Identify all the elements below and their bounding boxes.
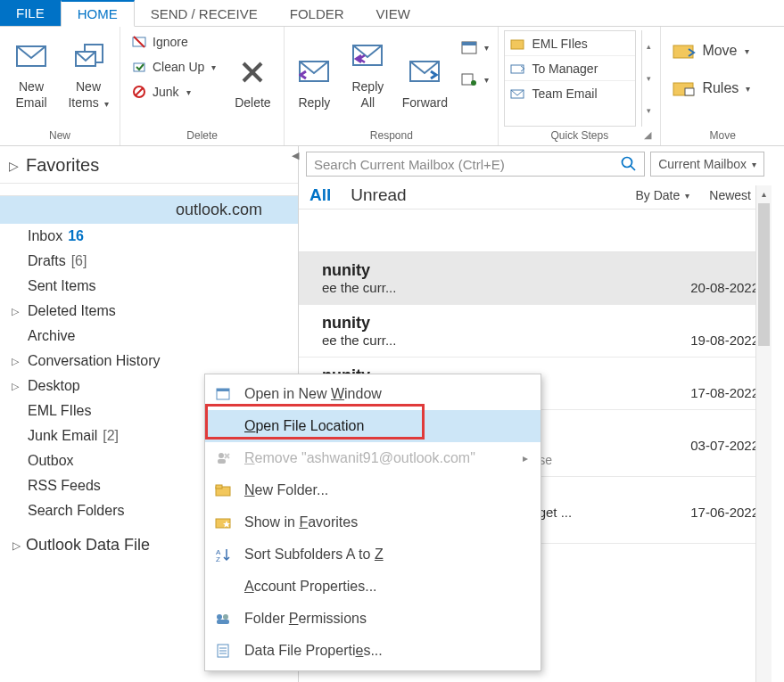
filter-unread[interactable]: Unread: [351, 185, 406, 205]
folder-label: Inbox: [28, 228, 62, 244]
message-date: 03-07-2022: [690, 438, 759, 453]
delete-button[interactable]: Delete: [227, 30, 278, 114]
folder-drafts[interactable]: ▷Drafts [6]: [0, 249, 298, 274]
search-scope-dropdown[interactable]: Current Mailbox ▾: [650, 152, 764, 177]
folder-move-icon: [672, 41, 697, 61]
folder-label: Outbox: [28, 453, 74, 469]
junk-button[interactable]: Junk ▾: [126, 80, 221, 103]
ignore-button[interactable]: Ignore: [126, 30, 221, 53]
group-delete: Ignore Clean Up ▾ Junk ▾ Delete: [120, 27, 285, 145]
group-label-delete: Delete: [126, 127, 278, 145]
svg-point-23: [623, 158, 632, 168]
sort-by-date[interactable]: By Date ▾: [636, 188, 690, 202]
message-item[interactable]: nunityee the curr...20-08-2022: [299, 252, 772, 305]
scroll-up-icon[interactable]: ▴: [756, 185, 772, 201]
quick-steps-gallery-expand[interactable]: ▴▾▾: [641, 30, 655, 127]
quick-step-item[interactable]: EML FIles: [505, 31, 635, 56]
folder-deleted-items[interactable]: ▷Deleted Items: [0, 299, 298, 324]
message-date: 20-08-2022: [690, 280, 759, 295]
group-new: New Email New Items ▾ New: [0, 27, 120, 145]
folder-icon: [510, 37, 524, 50]
dialog-launcher-icon[interactable]: ◢: [644, 129, 656, 142]
svg-rect-22: [685, 88, 694, 95]
scrollbar[interactable]: ▴: [755, 185, 772, 682]
chevron-down-icon: ▾: [745, 46, 749, 56]
cleanup-icon: [131, 59, 147, 75]
context-menu-label: Folder Permissions: [244, 611, 367, 627]
chevron-down-icon: ▾: [211, 62, 216, 72]
context-menu-item[interactable]: Folder Permissions: [205, 603, 541, 635]
context-menu-item: Remove "ashwanit91@outlook.com"▸: [205, 442, 541, 474]
context-menu-item[interactable]: Open in New Window: [205, 378, 541, 410]
tab-view[interactable]: VIEW: [360, 0, 426, 26]
folder-conversation-history[interactable]: ▷Conversation History: [0, 349, 298, 374]
message-item[interactable]: nunityee the curr...19-08-2022: [299, 305, 772, 357]
folder-label: Search Folders: [28, 503, 125, 519]
message-sender: nunity: [322, 261, 759, 280]
folder-label: Deleted Items: [28, 303, 116, 319]
reply-all-button[interactable]: Reply All: [343, 30, 392, 114]
message-date: 17-06-2022: [690, 505, 759, 520]
account-node[interactable]: outlook.com: [0, 196, 298, 224]
chevron-right-icon: ▷: [9, 159, 19, 173]
context-menu-item[interactable]: Data File Properties...: [205, 635, 541, 667]
cleanup-button[interactable]: Clean Up ▾: [126, 55, 221, 78]
ribbon: New Email New Items ▾ New Ignore Clean U…: [0, 27, 784, 146]
context-menu: Open in New WindowOpen File LocationRemo…: [204, 374, 541, 671]
search-icon[interactable]: [621, 156, 637, 172]
delete-icon: [235, 54, 270, 90]
blank-icon: [214, 417, 232, 435]
context-menu-label: Account Properties...: [244, 579, 377, 595]
chevron-right-icon: ▷: [12, 539, 21, 552]
search-input[interactable]: Search Current Mailbox (Ctrl+E): [306, 152, 645, 177]
svg-line-4: [134, 37, 144, 47]
context-menu-label: Remove "ashwanit91@outlook.com": [244, 450, 475, 466]
folder-sent-items[interactable]: ▷Sent Items: [0, 274, 298, 299]
forward-button[interactable]: Forward: [397, 30, 452, 114]
svg-point-16: [471, 80, 476, 86]
sort-icon: AZ: [214, 546, 232, 563]
context-menu-item[interactable]: Account Properties...: [205, 571, 541, 603]
tab-send-receive[interactable]: SEND / RECEIVE: [135, 0, 274, 26]
collapse-pane-button[interactable]: ◀: [292, 150, 299, 161]
new-email-button[interactable]: New Email: [5, 30, 57, 114]
search-placeholder: Search Current Mailbox (Ctrl+E): [314, 157, 505, 172]
chevron-right-icon: ▷: [12, 381, 22, 392]
svg-point-39: [223, 614, 228, 620]
tab-folder[interactable]: FOLDER: [274, 0, 360, 26]
context-menu-item[interactable]: Show in Favorites: [205, 506, 541, 538]
respond-more-button[interactable]: ▾: [458, 68, 492, 91]
folder-archive[interactable]: ▷Archive: [0, 324, 298, 349]
group-quick-steps: EML FIles To Manager Team Email ▴▾▾ Quic…: [499, 27, 661, 145]
context-menu-item[interactable]: AZSort Subfolders A to Z: [205, 538, 541, 571]
scroll-thumb[interactable]: [758, 203, 770, 346]
new-items-icon: [70, 38, 106, 74]
favorites-header[interactable]: ▷ Favorites: [0, 148, 298, 184]
respond-meeting-button[interactable]: ▾: [458, 36, 492, 59]
chevron-down-icon: ▾: [752, 160, 756, 169]
tab-file[interactable]: FILE: [0, 0, 61, 26]
main-area: ◀ ▷ Favorites outlook.com ▷Inbox 16▷Draf…: [0, 146, 784, 682]
item-count: [6]: [71, 253, 87, 269]
filter-all[interactable]: All: [309, 185, 331, 205]
reply-all-label: Reply All: [351, 79, 384, 111]
chevron-down-icon: ▾: [685, 191, 689, 201]
folder-inbox[interactable]: ▷Inbox 16: [0, 224, 298, 249]
context-menu-item[interactable]: New Folder...: [205, 474, 541, 506]
move-button[interactable]: Move ▾: [666, 34, 754, 68]
svg-point-27: [219, 453, 224, 458]
to-manager-icon: [510, 62, 524, 75]
chevron-right-icon: ▷: [12, 356, 22, 367]
new-items-button[interactable]: New Items ▾: [62, 30, 114, 114]
svg-point-38: [217, 614, 222, 620]
sort-newest[interactable]: Newest ↓: [709, 188, 761, 202]
tab-home[interactable]: HOME: [61, 0, 135, 27]
quick-step-item[interactable]: To Manager: [505, 56, 635, 81]
reply-button[interactable]: Reply: [290, 30, 338, 114]
context-menu-label: Show in Favorites: [244, 514, 358, 530]
rules-button[interactable]: Rules ▾: [666, 71, 755, 105]
reply-icon: [296, 54, 332, 90]
context-menu-item[interactable]: Open File Location: [205, 410, 541, 442]
quick-step-item[interactable]: Team Email: [505, 81, 635, 106]
chevron-down-icon: ▾: [186, 87, 191, 97]
